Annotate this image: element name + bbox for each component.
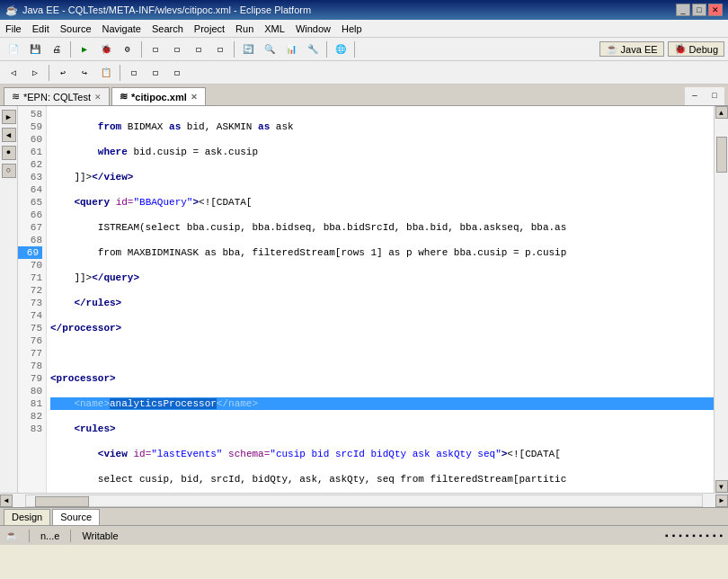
title-bar-left: ☕ Java EE - CQLTest/META-INF/wlevs/citip… — [5, 4, 311, 16]
tab-epn-label: *EPN: CQLTest — [23, 92, 91, 102]
toolbar-sep-4 — [326, 41, 327, 58]
design-tab[interactable]: Design — [4, 509, 50, 525]
tab-maximize-btn[interactable]: □ — [705, 87, 724, 105]
panel-icon-2[interactable]: ◀ — [2, 128, 16, 142]
title-bar-buttons[interactable]: _ □ ✕ — [676, 4, 723, 16]
code-line-72: select cusip, bid, srcId, bidQty, ask, a… — [50, 473, 714, 485]
tab-epn-icon: ≋ — [12, 91, 20, 102]
javaee-badge[interactable]: ☕ Java EE — [599, 41, 664, 57]
h-scroll-track[interactable] — [25, 494, 703, 507]
tab-epn[interactable]: ≋ *EPN: CQLTest ✕ — [4, 87, 110, 105]
tab-epn-close[interactable]: ✕ — [94, 93, 102, 102]
maximize-button[interactable]: □ — [692, 4, 706, 16]
tab-citipoc-close[interactable]: ✕ — [191, 93, 198, 102]
toolbar-btn-12[interactable]: 🌐 — [331, 40, 351, 58]
code-line-68: <processor> — [50, 372, 714, 385]
toolbar-btn-7[interactable]: ◻ — [210, 40, 230, 58]
toolbar-sep-2 — [141, 41, 142, 58]
menu-source[interactable]: Source — [55, 22, 97, 36]
scroll-thumb[interactable] — [716, 137, 727, 173]
close-button[interactable]: ✕ — [708, 4, 723, 16]
h-scroll-thumb[interactable] — [35, 496, 89, 507]
code-line-61: <query id="BBAQuery"><![CDATA[ — [50, 196, 714, 209]
code-area[interactable]: from BIDMAX as bid, ASKMIN as ask where … — [47, 106, 714, 493]
scroll-left-arrow[interactable]: ◀ — [0, 494, 13, 507]
horizontal-scrollbar-area[interactable]: ◀ ▶ — [0, 493, 728, 507]
scroll-right-arrow[interactable]: ▶ — [715, 494, 728, 507]
toolbar-sep-5 — [354, 41, 355, 58]
panel-icon-4[interactable]: ○ — [2, 164, 16, 178]
toolbar-btn-4[interactable]: ◻ — [146, 40, 165, 58]
toolbar-sep-1 — [70, 41, 71, 58]
line-num-82: 82 — [18, 410, 42, 423]
tab-citipoc[interactable]: ≋ *citipoc.xml ✕ — [111, 87, 206, 105]
toolbar2-btn-7[interactable]: ◻ — [146, 64, 165, 82]
status-name-label: n...e — [40, 530, 59, 541]
toolbar-btn-6[interactable]: ◻ — [189, 40, 209, 58]
code-line-62: ISTREAM(select bba.cusip, bba.bidseq, bb… — [50, 221, 714, 234]
menu-project[interactable]: Project — [189, 22, 230, 36]
source-tab[interactable]: Source — [52, 509, 100, 525]
print-button[interactable]: 🖨 — [47, 40, 67, 58]
menu-navigate[interactable]: Navigate — [97, 22, 146, 36]
line-num-66: 66 — [18, 209, 42, 221]
line-num-81: 81 — [18, 397, 42, 410]
toolbar-btn-8[interactable]: 🔄 — [238, 40, 258, 58]
code-line-67 — [50, 347, 714, 360]
scroll-track[interactable] — [715, 119, 728, 480]
menu-help[interactable]: Help — [336, 22, 368, 36]
panel-icon-1[interactable]: ▶ — [2, 110, 16, 124]
status-java-icon: ☕ — [5, 530, 18, 541]
toolbar-btn-9[interactable]: 🔍 — [260, 40, 280, 58]
toolbar-btn-5[interactable]: ◻ — [167, 40, 187, 58]
vertical-scrollbar[interactable]: ▲ ▼ — [714, 106, 728, 493]
menu-file[interactable]: File — [0, 22, 27, 36]
menu-run[interactable]: Run — [230, 22, 259, 36]
minimize-button[interactable]: _ — [676, 4, 690, 16]
toolbar2-btn-4[interactable]: ↪ — [75, 64, 94, 82]
toolbar-btn-3[interactable]: ⚙ — [118, 40, 138, 58]
status-icon-1: ▪ — [665, 530, 669, 540]
status-icon-6: ▪ — [699, 530, 703, 540]
editor-container: ▶ ◀ ● ○ 58 59 60 61 62 63 64 65 66 67 68… — [0, 106, 728, 493]
code-line-69: <name>analyticsProcessor</name> — [50, 397, 714, 410]
tab-minimize-btn[interactable]: — — [685, 87, 705, 105]
scroll-up-arrow[interactable]: ▲ — [715, 106, 728, 119]
debug-button[interactable]: 🐞 — [96, 40, 116, 58]
toolbar2-btn-3[interactable]: ↩ — [53, 64, 73, 82]
toolbar2-btn-5[interactable]: 📋 — [96, 64, 116, 82]
panel-icon-3[interactable]: ● — [2, 146, 16, 160]
status-name: n...e — [40, 530, 59, 541]
line-num-72: 72 — [18, 284, 42, 297]
title-bar: ☕ Java EE - CQLTest/META-INF/wlevs/citip… — [0, 0, 728, 20]
debug-badge[interactable]: 🐞 Debug — [668, 41, 724, 57]
menu-edit[interactable]: Edit — [27, 22, 55, 36]
run-button[interactable]: ▶ — [75, 40, 94, 58]
tab-controls: — □ — [685, 87, 728, 105]
toolbar2-btn-1[interactable]: ◁ — [4, 64, 23, 82]
scroll-down-arrow[interactable]: ▼ — [715, 480, 728, 493]
status-icon-9: ▪ — [719, 530, 723, 540]
line-num-75: 75 — [18, 322, 42, 334]
menu-search[interactable]: Search — [146, 22, 189, 36]
status-div-2 — [70, 530, 71, 542]
save-button[interactable]: 💾 — [25, 40, 45, 58]
line-num-76: 76 — [18, 334, 42, 347]
toolbar-btn-10[interactable]: 📊 — [281, 40, 301, 58]
toolbar2-btn-6[interactable]: ◻ — [124, 64, 144, 82]
toolbar-btn-11[interactable]: 🔧 — [303, 40, 323, 58]
status-icon-5: ▪ — [692, 530, 696, 540]
line-num-58: 58 — [18, 108, 42, 120]
toolbar2-btn-8[interactable]: ◻ — [167, 64, 187, 82]
toolbar-row-1: 📄 💾 🖨 ▶ 🐞 ⚙ ◻ ◻ ◻ ◻ 🔄 🔍 📊 🔧 🌐 ☕ Java EE … — [0, 38, 728, 61]
new-button[interactable]: 📄 — [4, 40, 23, 58]
line-num-69: 69 — [18, 246, 42, 259]
menu-window[interactable]: Window — [290, 22, 336, 36]
line-num-80: 80 — [18, 385, 42, 397]
menu-xml[interactable]: XML — [259, 22, 290, 36]
toolbar2-btn-2[interactable]: ▷ — [25, 64, 45, 82]
code-line-59: where bid.cusip = ask.cusip — [50, 146, 714, 158]
app-icon: ☕ — [5, 4, 18, 16]
status-icon-8: ▪ — [713, 530, 716, 540]
perspective-area: ☕ Java EE 🐞 Debug — [599, 41, 724, 57]
